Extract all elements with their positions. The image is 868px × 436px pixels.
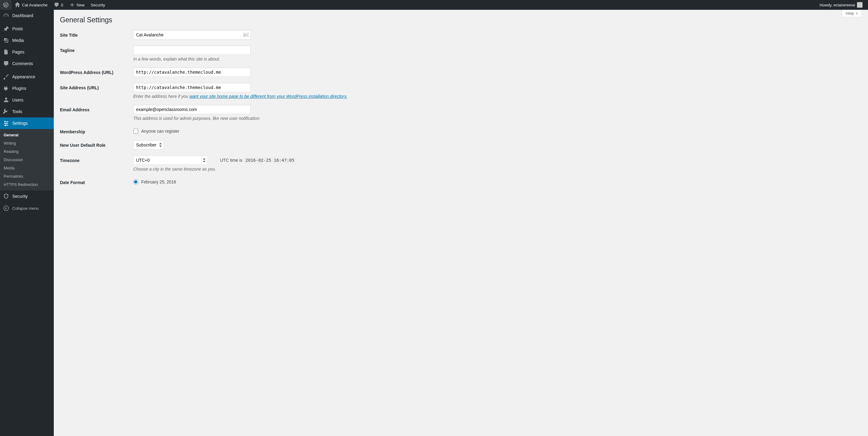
comments-link[interactable]: 0 bbox=[51, 0, 66, 10]
avatar-icon bbox=[857, 2, 863, 8]
plus-icon bbox=[69, 2, 75, 8]
wp-logo-menu[interactable] bbox=[0, 0, 11, 10]
new-content-link[interactable]: New bbox=[66, 0, 88, 10]
my-account-link[interactable]: Howdy, eclairereese bbox=[816, 0, 866, 10]
security-label: Security bbox=[91, 3, 105, 7]
comment-icon bbox=[54, 2, 59, 8]
site-name-link[interactable]: Cat Avalanche bbox=[11, 0, 51, 10]
howdy-label: Howdy, eclairereese bbox=[819, 3, 855, 7]
comments-count: 0 bbox=[61, 3, 63, 7]
new-label: New bbox=[77, 3, 85, 7]
admin-bar: Cat Avalanche 0 New Security Howdy, ecla… bbox=[0, 0, 868, 10]
site-name-label: Cat Avalanche bbox=[22, 3, 48, 7]
home-icon bbox=[15, 2, 20, 8]
wordpress-logo-icon bbox=[3, 2, 8, 8]
security-link[interactable]: Security bbox=[88, 0, 108, 10]
